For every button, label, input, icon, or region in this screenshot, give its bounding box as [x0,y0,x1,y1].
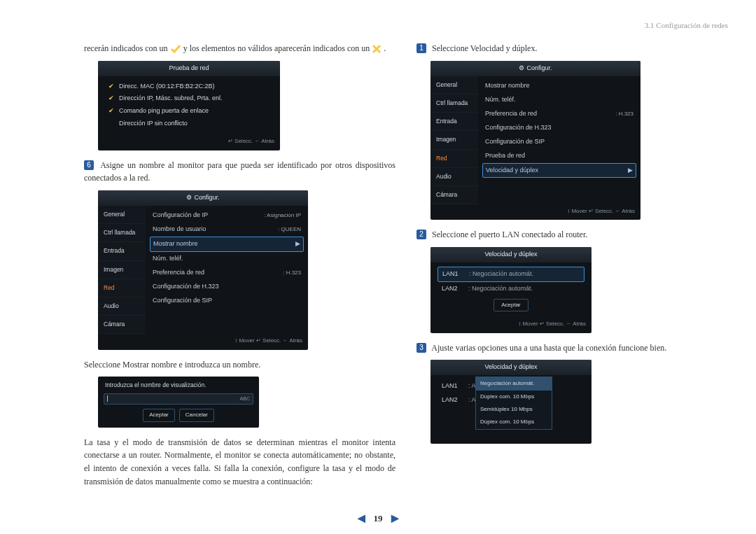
row-lan1[interactable]: LAN1: Negociación automát. [438,267,584,282]
tab-audio[interactable]: Audio [98,297,146,316]
row-lan2[interactable]: LAN2: Negociación automát. [438,282,584,296]
menu-item[interactable]: Dúplex com. 10 Mbps [476,416,552,428]
breadcrumb: 3.1 Configuración de redes [645,21,728,29]
transmission-paragraph: La tasa y el modo de transmisión de dato… [84,436,396,488]
check-icon: ✔ [108,94,115,104]
next-page-button[interactable]: ▶ [391,512,399,524]
step-3-paragraph: 3 Ajuste varias opciones una a una hasta… [416,342,728,355]
osd-velocity-duplex-2: Velocidad y dúplex LAN1: Au LAN2: Au Neg… [430,360,592,444]
field-velocity-duplex[interactable]: Velocidad y dúplex▶ [482,163,636,178]
x-icon [372,44,382,54]
osd-title: Prueba de red [98,61,280,76]
check-icon [170,43,181,55]
tab-general[interactable]: General [430,76,478,94]
step-6-paragraph: 6 Asigne un nombre al monitor para que p… [84,159,396,185]
tab-input[interactable]: Entrada [430,113,478,131]
intro-paragraph: recerán indicados con un y los elementos… [84,42,396,55]
tab-image[interactable]: Imagen [98,261,146,279]
check-icon: ✔ [108,106,115,116]
name-text-input[interactable]: ABC [104,393,253,405]
page-nav: ◀ 19 ▶ [358,512,399,524]
left-column: recerán indicados con un y los elementos… [84,42,396,493]
tab-network[interactable]: Red [98,279,146,297]
tab-call-ctrl[interactable]: Ctrl llamada [98,224,146,242]
gear-icon: ⚙ [519,64,524,73]
osd-velocity-duplex-1: Velocidad y dúplex LAN1: Negociación aut… [430,247,592,333]
right-column: 1 Seleccione Velocidad y dúplex. ⚙Config… [416,42,728,493]
cancel-button[interactable]: Cancelar [179,409,214,421]
page-number: 19 [374,513,383,524]
osd-network-test: Prueba de red ✔Direcc. MAC (00:12:FB:B2:… [98,61,280,150]
dropdown-menu: Negociación automát. Dúplex com. 10 Mbps… [475,377,552,430]
tab-input[interactable]: Entrada [98,242,146,260]
step-1-paragraph: 1 Seleccione Velocidad y dúplex. [416,42,728,55]
accept-button[interactable]: Aceptar [493,299,528,311]
prev-page-button[interactable]: ◀ [358,512,365,524]
tab-general[interactable]: General [98,206,146,224]
osd-configure-left: ⚙Configur. General Ctrl llamada Entrada … [98,190,308,350]
tab-camera[interactable]: Cámara [430,186,478,204]
step-badge-1: 1 [416,43,426,53]
osd-footer: ↵ Selecc. ← Atrás [98,134,280,150]
check-icon: ✔ [108,82,115,92]
select-show-name: Seleccione Mostrar nombre e introduzca u… [84,358,396,372]
tab-camera[interactable]: Cámara [98,316,146,334]
menu-item[interactable]: Semidúplex 10 Mbps [476,403,552,416]
step-badge-3: 3 [416,343,426,353]
osd-name-input: Introduzca el nombre de visualización. A… [98,377,259,427]
tab-audio[interactable]: Audio [430,168,478,186]
menu-item[interactable]: Dúplex com. 10 Mbps [476,391,552,403]
chevron-right-icon: ▶ [295,239,300,249]
field-show-name[interactable]: Mostrar nombre▶ [150,237,304,252]
tab-image[interactable]: Imagen [430,131,478,149]
chevron-right-icon: ▶ [628,166,633,176]
step-badge-6: 6 [84,160,94,170]
step-badge-2: 2 [416,230,426,239]
tab-network[interactable]: Red [430,150,478,168]
step-2-paragraph: 2 Seleccione el puerto LAN conectado al … [416,228,728,241]
accept-button[interactable]: Aceptar [143,409,175,421]
osd-configure-right: ⚙Configur. General Ctrl llamada Entrada … [430,61,640,220]
tab-call-ctrl[interactable]: Ctrl llamada [430,94,478,113]
gear-icon: ⚙ [186,193,192,203]
menu-item[interactable]: Negociación automát. [476,377,552,390]
